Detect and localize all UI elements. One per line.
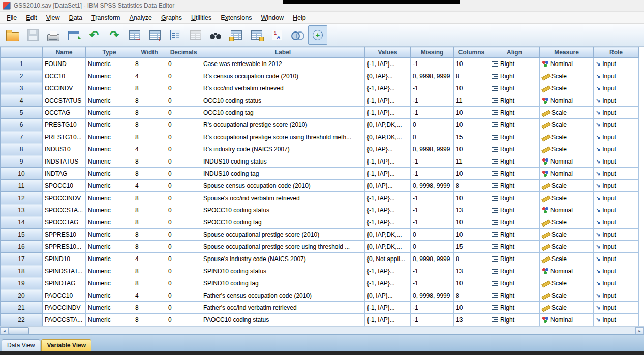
cell-missing[interactable]: -1	[411, 58, 454, 70]
redo-button[interactable]: ↷	[105, 25, 124, 45]
cell-measure[interactable]: Scale	[540, 229, 594, 241]
cell-columns[interactable]: 13	[454, 314, 489, 326]
cell-name[interactable]: OCC10	[43, 70, 86, 82]
cell-align[interactable]: Right	[489, 58, 540, 70]
cell-type[interactable]: Numeric	[86, 241, 133, 253]
cell-name[interactable]: SPINDTAG	[43, 277, 86, 289]
menu-window[interactable]: Window	[256, 13, 288, 23]
cell-values[interactable]: {-1, IAP}...	[365, 277, 411, 289]
cell-measure[interactable]: Nominal	[540, 155, 594, 168]
cell-align[interactable]: Right	[489, 192, 540, 204]
cell-role[interactable]: Input	[594, 131, 639, 143]
cell-align[interactable]: Right	[489, 314, 540, 326]
cell-missing[interactable]: 0	[411, 241, 454, 253]
cell-columns[interactable]: 10	[454, 82, 489, 94]
cell-values[interactable]: {-1, IAP}...	[365, 82, 411, 94]
undo-button[interactable]: ↶	[84, 25, 104, 45]
column-header-values[interactable]: Values	[365, 47, 411, 58]
cell-role[interactable]: Input	[594, 119, 639, 131]
cell-columns[interactable]: 8	[454, 180, 489, 192]
cell-align[interactable]: Right	[489, 131, 540, 143]
row-number[interactable]: 4	[1, 94, 43, 107]
cell-missing[interactable]: -1	[411, 302, 454, 314]
cell-columns[interactable]: 8	[454, 289, 489, 302]
cell-missing[interactable]: -1	[411, 216, 454, 229]
cell-label[interactable]: R's occupational prestige score (2010)	[201, 119, 365, 131]
cell-label[interactable]: OCC10 coding status	[201, 94, 365, 107]
cell-role[interactable]: Input	[594, 241, 639, 253]
cell-label[interactable]: SPOCC10 coding tag	[201, 216, 365, 229]
cell-width[interactable]: 4	[133, 180, 166, 192]
cell-type[interactable]: Numeric	[86, 180, 133, 192]
cell-decimals[interactable]: 0	[166, 289, 201, 302]
cell-decimals[interactable]: 0	[166, 241, 201, 253]
cell-role[interactable]: Input	[594, 82, 639, 94]
cell-type[interactable]: Numeric	[86, 289, 133, 302]
cell-values[interactable]: {0, IAP,DK,...	[365, 119, 411, 131]
cell-label[interactable]: INDUS10 coding status	[201, 155, 365, 168]
row-number[interactable]: 12	[1, 192, 43, 204]
cell-name[interactable]: PAOCCINDV	[43, 302, 86, 314]
cell-label[interactable]: Father's census occupation code (2010)	[201, 289, 365, 302]
menu-transform[interactable]: Transform	[87, 13, 125, 23]
cell-align[interactable]: Right	[489, 82, 540, 94]
row-number[interactable]: 5	[1, 107, 43, 119]
cell-columns[interactable]: 8	[454, 253, 489, 265]
cell-role[interactable]: Input	[594, 289, 639, 302]
cell-type[interactable]: Numeric	[86, 131, 133, 143]
goto-case-button[interactable]	[125, 25, 144, 45]
cell-measure[interactable]: Nominal	[540, 265, 594, 277]
cell-decimals[interactable]: 0	[166, 119, 201, 131]
row-number[interactable]: 22	[1, 314, 43, 326]
cell-values[interactable]: {0, Not appli...	[365, 253, 411, 265]
cell-measure[interactable]: Scale	[540, 143, 594, 155]
cell-role[interactable]: Input	[594, 204, 639, 216]
cell-decimals[interactable]: 0	[166, 192, 201, 204]
cell-label[interactable]: Spouse's industry code (NAICS 2007)	[201, 253, 365, 265]
cell-missing[interactable]: 0	[411, 119, 454, 131]
row-number[interactable]: 16	[1, 241, 43, 253]
cell-type[interactable]: Numeric	[86, 119, 133, 131]
cell-missing[interactable]: -1	[411, 277, 454, 289]
cell-measure[interactable]: Scale	[540, 131, 594, 143]
cell-type[interactable]: Numeric	[86, 265, 133, 277]
cell-type[interactable]: Numeric	[86, 143, 133, 155]
column-header-align[interactable]: Align	[489, 47, 540, 58]
cell-values[interactable]: {-1, IAP}...	[365, 192, 411, 204]
row-number[interactable]: 6	[1, 119, 43, 131]
cell-label[interactable]: SPIND10 coding tag	[201, 277, 365, 289]
row-number[interactable]: 15	[1, 229, 43, 241]
cell-columns[interactable]: 10	[454, 107, 489, 119]
cell-columns[interactable]: 15	[454, 241, 489, 253]
column-header-columns[interactable]: Columns	[454, 47, 489, 58]
cell-decimals[interactable]: 0	[166, 143, 201, 155]
cell-width[interactable]: 4	[133, 253, 166, 265]
cell-width[interactable]: 8	[133, 168, 166, 180]
cell-missing[interactable]: -1	[411, 94, 454, 107]
cell-type[interactable]: Numeric	[86, 229, 133, 241]
cell-measure[interactable]: Nominal	[540, 314, 594, 326]
column-header-missing[interactable]: Missing	[411, 47, 454, 58]
cell-label[interactable]: Father's occ/ind verbatim retrieved	[201, 302, 365, 314]
cell-decimals[interactable]: 0	[166, 253, 201, 265]
row-number[interactable]: 8	[1, 143, 43, 155]
cell-width[interactable]: 4	[133, 70, 166, 82]
cell-role[interactable]: Input	[594, 265, 639, 277]
cell-missing[interactable]: 0, 9998, 9999	[411, 70, 454, 82]
cell-measure[interactable]: Nominal	[540, 94, 594, 107]
cell-label[interactable]: Spouse occupational prestige score (2010…	[201, 229, 365, 241]
cell-name[interactable]: INDUS10	[43, 143, 86, 155]
cell-missing[interactable]: 0, 9998, 9999	[411, 180, 454, 192]
cell-columns[interactable]: 10	[454, 302, 489, 314]
cell-label[interactable]: INDUS10 coding tag	[201, 168, 365, 180]
tab-data-view[interactable]: Data View	[2, 339, 40, 351]
cell-measure[interactable]: Scale	[540, 82, 594, 94]
cell-decimals[interactable]: 0	[166, 107, 201, 119]
cell-type[interactable]: Numeric	[86, 155, 133, 168]
cell-values[interactable]: {0, IAP,DK,...	[365, 131, 411, 143]
row-number[interactable]: 14	[1, 216, 43, 229]
cell-values[interactable]: {0, IAP}...	[365, 70, 411, 82]
cell-decimals[interactable]: 0	[166, 94, 201, 107]
cell-width[interactable]: 8	[133, 192, 166, 204]
tab-variable-view[interactable]: Variable View	[41, 339, 91, 351]
